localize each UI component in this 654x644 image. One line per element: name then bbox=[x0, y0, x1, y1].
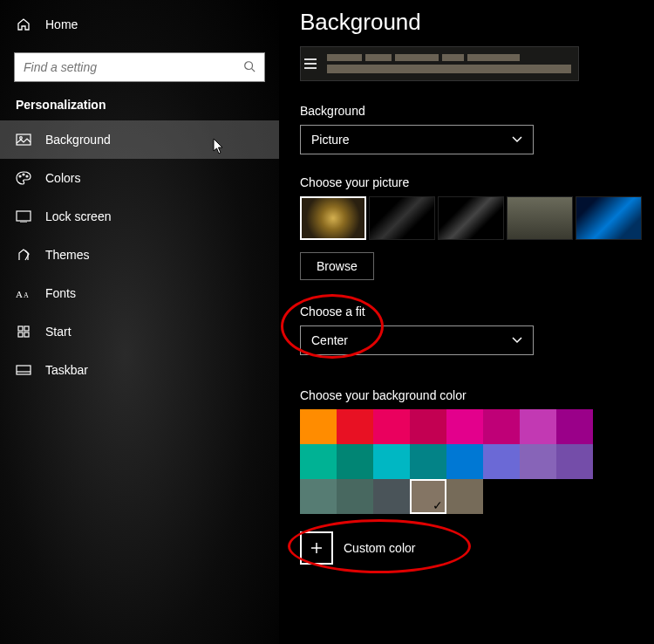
color-swatch[interactable] bbox=[520, 444, 556, 479]
checkmark-icon: ✓ bbox=[433, 498, 443, 512]
custom-color-label: Custom color bbox=[344, 541, 415, 555]
svg-rect-6 bbox=[17, 211, 31, 221]
custom-color-button[interactable] bbox=[300, 531, 333, 565]
picture-thumb-5[interactable] bbox=[576, 196, 642, 240]
section-heading: Personalization bbox=[0, 94, 279, 120]
color-swatch[interactable] bbox=[556, 409, 593, 444]
picture-icon bbox=[16, 132, 31, 147]
home-label: Home bbox=[45, 17, 78, 31]
color-swatch[interactable] bbox=[520, 409, 556, 444]
fit-dropdown-label: Choose a fit bbox=[300, 305, 654, 319]
color-swatch[interactable] bbox=[483, 409, 520, 444]
sidebar-item-background[interactable]: Background bbox=[0, 120, 279, 159]
color-swatch[interactable] bbox=[446, 444, 483, 479]
background-dropdown-value: Picture bbox=[311, 133, 350, 147]
home-icon bbox=[16, 17, 31, 32]
sidebar-item-label: Themes bbox=[45, 248, 90, 262]
themes-icon bbox=[16, 247, 31, 263]
color-swatch[interactable]: ✓ bbox=[410, 479, 446, 514]
color-swatch[interactable] bbox=[337, 479, 373, 514]
background-dropdown-label: Background bbox=[300, 104, 654, 118]
sidebar-item-lockscreen[interactable]: Lock screen bbox=[0, 197, 279, 236]
sidebar: Home Personalization Background Colors L… bbox=[0, 0, 279, 644]
svg-point-0 bbox=[245, 61, 253, 69]
svg-rect-9 bbox=[18, 326, 23, 331]
picture-thumb-2[interactable] bbox=[369, 196, 435, 240]
sidebar-item-label: Colors bbox=[45, 171, 80, 185]
sidebar-item-label: Fonts bbox=[45, 286, 76, 300]
color-swatch[interactable] bbox=[446, 479, 483, 514]
color-swatch[interactable] bbox=[410, 409, 446, 444]
picture-thumb-3[interactable] bbox=[438, 196, 504, 240]
sidebar-item-label: Taskbar bbox=[45, 363, 88, 377]
color-palette: ✓ bbox=[300, 409, 593, 514]
picture-thumb-1[interactable] bbox=[300, 196, 366, 240]
color-swatch[interactable] bbox=[300, 409, 337, 444]
color-swatch[interactable] bbox=[300, 444, 337, 479]
hamburger-icon bbox=[301, 58, 320, 69]
svg-point-4 bbox=[23, 174, 24, 175]
sidebar-item-themes[interactable]: Themes bbox=[0, 236, 279, 274]
color-swatch[interactable] bbox=[483, 444, 520, 479]
picture-thumb-4[interactable] bbox=[507, 196, 573, 240]
sidebar-item-taskbar[interactable]: Taskbar bbox=[0, 351, 279, 389]
svg-text:A: A bbox=[24, 291, 29, 299]
fonts-icon: AA bbox=[16, 285, 31, 301]
browse-button[interactable]: Browse bbox=[300, 252, 374, 280]
fit-dropdown[interactable]: Center bbox=[300, 325, 534, 355]
chevron-down-icon bbox=[512, 337, 522, 344]
svg-text:A: A bbox=[16, 289, 23, 299]
fit-dropdown-value: Center bbox=[311, 333, 348, 347]
color-swatch[interactable] bbox=[373, 479, 410, 514]
taskbar-icon bbox=[16, 362, 31, 378]
sidebar-item-start[interactable]: Start bbox=[0, 312, 279, 351]
preview-tiles bbox=[320, 51, 578, 77]
svg-rect-13 bbox=[17, 366, 31, 374]
search-container bbox=[0, 44, 279, 94]
search-icon bbox=[243, 60, 255, 75]
sidebar-item-colors[interactable]: Colors bbox=[0, 159, 279, 197]
color-swatch[interactable] bbox=[373, 444, 410, 479]
search-input-wrapper[interactable] bbox=[14, 52, 265, 82]
color-swatch[interactable] bbox=[556, 444, 593, 479]
sidebar-item-label: Background bbox=[45, 133, 111, 147]
main-panel: Background Background Picture Choose you… bbox=[279, 0, 654, 644]
sidebar-item-fonts[interactable]: AA Fonts bbox=[0, 274, 279, 312]
lockscreen-icon bbox=[16, 209, 31, 224]
svg-point-2 bbox=[20, 137, 23, 140]
color-swatch[interactable] bbox=[410, 444, 446, 479]
svg-rect-10 bbox=[24, 326, 29, 331]
start-icon bbox=[16, 324, 31, 339]
sidebar-item-label: Lock screen bbox=[45, 209, 111, 223]
chevron-down-icon bbox=[512, 136, 522, 143]
home-button[interactable]: Home bbox=[0, 5, 279, 44]
bgcolor-label: Choose your background color bbox=[300, 388, 654, 402]
page-title: Background bbox=[300, 9, 654, 36]
sidebar-item-label: Start bbox=[45, 325, 72, 339]
search-input[interactable] bbox=[24, 60, 243, 74]
color-swatch[interactable] bbox=[446, 409, 483, 444]
choose-picture-label: Choose your picture bbox=[300, 175, 654, 189]
picture-thumbnails bbox=[300, 196, 654, 240]
color-swatch[interactable] bbox=[373, 409, 410, 444]
svg-rect-12 bbox=[24, 332, 29, 337]
background-dropdown[interactable]: Picture bbox=[300, 125, 534, 154]
palette-icon bbox=[16, 170, 31, 186]
color-swatch[interactable] bbox=[300, 479, 337, 514]
color-swatch[interactable] bbox=[337, 409, 373, 444]
svg-rect-11 bbox=[18, 332, 23, 337]
desktop-preview bbox=[300, 46, 579, 81]
svg-point-3 bbox=[19, 175, 21, 177]
color-swatch[interactable] bbox=[337, 444, 373, 479]
svg-point-5 bbox=[26, 175, 28, 177]
